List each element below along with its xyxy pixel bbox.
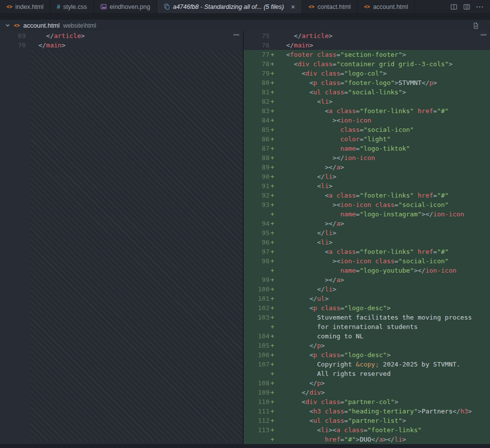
code-line[interactable]: 87+ name="logo-tiktok" <box>244 144 490 153</box>
added-marker: + <box>269 285 275 294</box>
line-number: 113 <box>258 425 269 435</box>
code-token: 2024-2025 by STVMNT. <box>379 361 460 368</box>
tab-eindhoven-png[interactable]: eindhoven.png <box>94 0 157 13</box>
code-token: class <box>317 351 340 359</box>
code-line[interactable]: 90+ </li> <box>244 172 490 181</box>
code-line[interactable]: 104+ coming to NL <box>244 331 490 341</box>
code-line[interactable]: 83+ <a class="footer-links" href="#" <box>244 106 490 116</box>
code-line[interactable]: 76 </main> <box>244 41 490 50</box>
tab-style-css[interactable]: #style.css <box>50 0 94 13</box>
code-line[interactable]: 97+ <a class="footer-links" href="#" <box>244 247 490 256</box>
code-line-wrap[interactable]: + All rights reserved <box>244 369 490 378</box>
code-line[interactable]: 108+ </p> <box>244 378 490 388</box>
code-token: a <box>329 192 333 199</box>
code-line-wrap[interactable]: + for international students <box>244 322 490 331</box>
code-line[interactable]: 94+ ></a> <box>244 219 490 228</box>
diff-file-header[interactable]: <> account.html website\html <box>0 20 490 31</box>
code-line[interactable]: 78+ <div class="container grid grid--3-c… <box>244 59 490 69</box>
code-line[interactable]: 96+ <li> <box>244 238 490 247</box>
editor-layout-icon[interactable] <box>463 3 470 10</box>
code-token: > <box>468 407 472 415</box>
code-token: ></ <box>414 267 425 274</box>
line-number: 78 <box>262 59 269 69</box>
line-gutter: 86+ <box>244 134 278 144</box>
split-editor-icon[interactable] <box>450 3 457 10</box>
code-line[interactable]: 77+ <footer class="section-footer"> <box>244 50 490 59</box>
chevron-down-icon[interactable] <box>5 23 10 28</box>
code-line[interactable]: 110+ <div class="partner-col"> <box>244 397 490 407</box>
line-gutter: 78+ <box>244 59 278 69</box>
added-marker: + <box>269 303 275 313</box>
code-line[interactable]: 88+ ></ion-icon <box>244 153 490 163</box>
code-line[interactable]: 92+ <a class="footer-links" href="#" <box>244 191 490 200</box>
code-token: name <box>340 210 356 218</box>
tab-account-html[interactable]: <>account.html <box>357 0 415 13</box>
line-gutter: 83+ <box>244 106 278 116</box>
open-file-icon[interactable] <box>472 22 485 29</box>
scrollbar-indicator-left[interactable] <box>233 34 239 36</box>
added-marker: + <box>269 275 275 285</box>
code-line[interactable]: 86+ color="light" <box>244 134 490 144</box>
code-token: "#" <box>344 436 356 443</box>
tab-a4746fb8-standardizing-all-of-5-files[interactable]: a4746fb8 - Standardizing all of... (5 fi… <box>157 0 302 13</box>
code-token: ></ <box>325 163 336 171</box>
code-text: <p class="footer-logo">STVMNT</p> <box>278 78 490 87</box>
code-line[interactable]: 102+ <p class="logo-desc"> <box>244 303 490 313</box>
line-number: 76 <box>262 41 269 50</box>
code-token: li <box>395 436 402 443</box>
code-line[interactable]: 105+ </p> <box>244 341 490 350</box>
added-marker: + <box>269 256 275 266</box>
code-line[interactable]: 111+ <h3 class="heading-tertiary">Partne… <box>244 407 490 416</box>
code-line[interactable]: 106+ <p class="logo-desc"> <box>244 350 490 360</box>
tab-bar: <>index.html#style.csseindhoven.pnga4746… <box>0 0 490 14</box>
code-line[interactable]: 103+ Stuvement facilitates the moving pr… <box>244 313 490 322</box>
code-line[interactable]: 100+ </li> <box>244 285 490 294</box>
added-marker: + <box>269 200 275 209</box>
code-line[interactable]: 81+ <ul class="social-links"> <box>244 87 490 97</box>
code-token: "container grid grid--3-cols" <box>336 60 448 68</box>
code-token: ul <box>313 417 321 424</box>
code-line[interactable]: 112+ <ul class="partner-list"> <box>244 416 490 425</box>
line-gutter: 105+ <box>244 341 278 350</box>
code-line[interactable]: 70 </main> <box>0 41 243 50</box>
scrollbar-indicator-right[interactable] <box>481 34 487 36</box>
code-token: > <box>340 276 344 284</box>
code-token: = <box>340 304 344 312</box>
code-line[interactable]: 109+ </div> <box>244 388 490 397</box>
code-line-wrap[interactable]: + name="logo-instagram"></ion-icon <box>244 209 490 219</box>
code-token: class <box>340 426 363 434</box>
code-token: </ <box>286 41 294 49</box>
code-line[interactable]: 113+ <li><a class="footer-links" <box>244 425 490 435</box>
code-line[interactable]: 80+ <p class="footer-logo">STVMNT</p> <box>244 78 490 87</box>
code-token: "section-footer" <box>340 51 402 58</box>
added-marker: + <box>269 247 275 256</box>
code-line[interactable]: 91+ <li> <box>244 181 490 191</box>
code-line[interactable]: 75 </article> <box>244 31 490 41</box>
more-actions-icon[interactable]: ··· <box>476 3 484 10</box>
code-line[interactable]: 101+ </ul> <box>244 294 490 303</box>
code-line-wrap[interactable]: + name="logo-youtube"></ion-icon <box>244 266 490 275</box>
code-line[interactable]: 93+ ><ion-icon class="social-icon" <box>244 200 490 209</box>
code-line[interactable]: 79+ <div class="logo-col"> <box>244 69 490 78</box>
code-token: &copy; <box>356 361 379 368</box>
code-line[interactable]: 84+ ><ion-icon <box>244 116 490 125</box>
tab-index-html[interactable]: <>index.html <box>0 0 50 13</box>
code-line[interactable]: 98+ ><ion-icon class="social-icon" <box>244 256 490 266</box>
code-line[interactable]: 89+ ></a> <box>244 163 490 172</box>
code-token: class <box>340 126 359 133</box>
code-line[interactable]: 82+ <li> <box>244 97 490 106</box>
code-line[interactable]: 85+ class="social-icon" <box>244 125 490 134</box>
code-token: > <box>340 220 344 227</box>
close-icon[interactable]: × <box>291 3 295 10</box>
code-line[interactable]: 95+ </li> <box>244 228 490 238</box>
code-line[interactable]: 99+ ></a> <box>244 275 490 285</box>
tab-contact-html[interactable]: <>contact.html <box>302 0 357 13</box>
code-token: = <box>395 257 399 265</box>
code-token: = <box>433 107 437 115</box>
code-line[interactable]: 107+ Copyright &copy; 2024-2025 by STVMN… <box>244 360 490 369</box>
code-token: > <box>402 88 406 96</box>
code-line[interactable]: 69 </article> <box>0 31 243 41</box>
code-line-wrap[interactable]: + href="#">DUO</a></li> <box>244 435 490 444</box>
code-token: class <box>321 417 344 424</box>
code-token: > <box>329 32 333 40</box>
